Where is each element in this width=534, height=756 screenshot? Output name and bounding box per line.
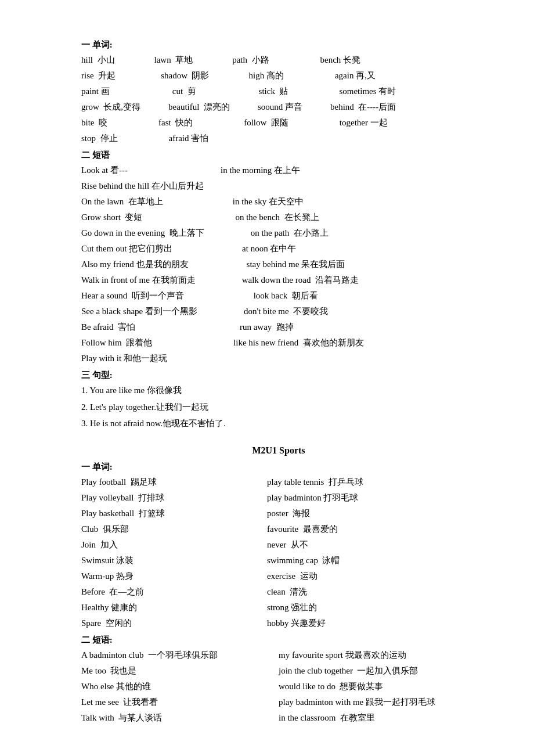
unit2-vocab-header: 一 单词: — [81, 462, 488, 473]
phrase-item: Walk in front of me 在我前面走 — [81, 273, 196, 287]
phrase-item: walk down the road 沿着马路走 — [242, 273, 359, 287]
vocab-item: afraid 害怕 — [169, 131, 209, 145]
phrase-item: Play with it 和他一起玩 — [81, 351, 167, 365]
vocab-row: Swimsuit 泳装 swimming cap 泳帽 — [81, 553, 488, 567]
vocab-row-3: paint 画 cut 剪 stick 贴 sometimes 有时 — [81, 84, 488, 98]
vocab-item: shadow 阴影 — [161, 69, 209, 82]
phrase-item: on the path 在小路上 — [251, 226, 329, 240]
phrase-item: like his new friend 喜欢他的新朋友 — [233, 336, 364, 350]
phrase-item: Talk with 与某人谈话 — [81, 711, 279, 725]
sentence-row: 1. You are like me 你很像我 — [81, 383, 488, 398]
vocab-item: Play volleyball 打排球 — [81, 491, 267, 505]
vocab-row: Spare 空闲的 hobby 兴趣爱好 — [81, 616, 488, 630]
vocab-item: Play football 踢足球 — [81, 475, 267, 489]
vocab-row-2: rise 升起 shadow 阴影 high 高的 again 再,又 — [81, 69, 488, 82]
phrase-item: stay behind me 呆在我后面 — [247, 257, 345, 271]
phrase-row: Look at 看--- in the morning 在上午 — [81, 163, 488, 177]
phrase-row: Cut them out 把它们剪出 at noon 在中午 — [81, 242, 488, 255]
vocab-item: bite 咬 — [81, 116, 107, 129]
phrase-item: don't bite me 不要咬我 — [244, 304, 328, 318]
unit2-phrases-section: A badminton club 一个羽毛球俱乐部 my favourite s… — [81, 648, 488, 725]
vocab-item: rise 升起 — [81, 69, 116, 82]
vocab-item: cut 剪 — [172, 84, 196, 98]
phrase-row: Me too 我也是 join the club together 一起加入俱乐… — [81, 664, 488, 678]
vocab-item: Club 俱乐部 — [81, 522, 267, 536]
phrase-item: Look at 看--- — [81, 163, 128, 177]
vocab-item: poster 海报 — [267, 506, 310, 520]
phrase-item: Be afraid 害怕 — [81, 320, 135, 334]
phrase-row: Walk in front of me 在我前面走 walk down the … — [81, 273, 488, 287]
vocab-item: grow 长成,变得 — [81, 100, 140, 114]
phrase-row: Rise behind the hill 在小山后升起 — [81, 179, 488, 193]
vocab-row: Join 加入 never 从不 — [81, 538, 488, 552]
vocab-item: fast 快的 — [158, 116, 193, 129]
unit2-phrase-header: 二 短语: — [81, 635, 488, 646]
vocab-item: high 高的 — [249, 69, 284, 82]
phrase-row: Grow short 变短 on the bench 在长凳上 — [81, 210, 488, 224]
unit1-sentences-section: 1. You are like me 你很像我 2. Let's play to… — [81, 383, 488, 431]
phrase-row: Also my friend 也是我的朋友 stay behind me 呆在我… — [81, 257, 488, 271]
vocab-item: Healthy 健康的 — [81, 600, 267, 614]
vocab-row: Before 在—之前 clean 清洗 — [81, 585, 488, 599]
unit1-sentence-header: 三 句型: — [81, 370, 488, 381]
vocab-item: favourite 最喜爱的 — [267, 522, 338, 536]
vocab-row-1: hill 小山 lawn 草地 path 小路 bench 长凳 — [81, 53, 488, 67]
vocab-item: never 从不 — [267, 538, 308, 552]
phrase-item: on the bench 在长凳上 — [235, 210, 319, 224]
vocab-item: lawn 草地 — [154, 53, 193, 67]
vocab-item: hill 小山 — [81, 53, 115, 67]
vocab-item: clean 清洗 — [267, 585, 307, 599]
sentence-row: 3. He is not afraid now.他现在不害怕了. — [81, 416, 488, 431]
vocab-item: again 再,又 — [335, 69, 376, 82]
page-content: 一 单词: hill 小山 lawn 草地 path 小路 bench 长凳 r… — [70, 39, 488, 725]
phrase-row: On the lawn 在草地上 in the sky 在天空中 — [81, 195, 488, 208]
vocab-item: bench 长凳 — [320, 53, 361, 67]
vocab-row: Club 俱乐部 favourite 最喜爱的 — [81, 522, 488, 536]
vocab-row-5: bite 咬 fast 快的 follow 跟随 together 一起 — [81, 116, 488, 129]
phrase-item: at noon 在中午 — [242, 242, 296, 255]
vocab-item: Swimsuit 泳装 — [81, 553, 267, 567]
phrase-item: my favourite sport 我最喜欢的运动 — [279, 648, 406, 662]
vocab-item: play badminton 打羽毛球 — [267, 491, 359, 505]
phrase-item: Who else 其他的谁 — [81, 679, 279, 693]
phrase-item: Rise behind the hill 在小山后升起 — [81, 179, 204, 193]
phrase-item: in the sky 在天空中 — [233, 195, 304, 208]
phrase-item: Cut them out 把它们剪出 — [81, 242, 172, 255]
vocab-item: hobby 兴趣爱好 — [267, 616, 326, 630]
phrase-item: in the morning 在上午 — [221, 163, 300, 177]
phrase-item: Also my friend 也是我的朋友 — [81, 257, 189, 271]
vocab-item: Warm-up 热身 — [81, 569, 267, 583]
vocab-item: stop 停止 — [81, 131, 118, 145]
phrase-item: A badminton club 一个羽毛球俱乐部 — [81, 648, 279, 662]
phrase-item: in the classroom 在教室里 — [279, 711, 375, 725]
phrase-row: Let me see 让我看看 play badminton with me 跟… — [81, 695, 488, 709]
phrase-item: Hear a sound 听到一个声音 — [81, 289, 184, 303]
unit2-vocab-section: Play football 踢足球 play table tennis 打乒乓球… — [81, 475, 488, 630]
phrase-item: join the club together 一起加入俱乐部 — [279, 664, 418, 678]
vocab-row: Play football 踢足球 play table tennis 打乒乓球 — [81, 475, 488, 489]
vocab-row: Warm-up 热身 exercise 运动 — [81, 569, 488, 583]
vocab-row: Healthy 健康的 strong 强壮的 — [81, 600, 488, 614]
vocab-item: Spare 空闲的 — [81, 616, 267, 630]
phrase-item: would like to do 想要做某事 — [279, 679, 383, 693]
vocab-item: sometimes 有时 — [339, 84, 396, 98]
phrase-item: play badminton with me 跟我一起打羽毛球 — [279, 695, 435, 709]
vocab-item: Before 在—之前 — [81, 585, 267, 599]
vocab-item: follow 跟随 — [244, 116, 288, 129]
vocab-row-6: stop 停止 afraid 害怕 — [81, 131, 488, 145]
vocab-item: Join 加入 — [81, 538, 267, 552]
vocab-item: soound 声音 — [258, 100, 302, 114]
unit1-vocab-section: hill 小山 lawn 草地 path 小路 bench 长凳 rise 升起… — [81, 53, 488, 145]
vocab-item: paint 画 — [81, 84, 110, 98]
phrase-item: On the lawn 在草地上 — [81, 195, 163, 208]
vocab-row: Play volleyball 打排球 play badminton 打羽毛球 — [81, 491, 488, 505]
vocab-item: stick 贴 — [259, 84, 288, 98]
phrase-row: A badminton club 一个羽毛球俱乐部 my favourite s… — [81, 648, 488, 662]
unit1-vocab-header: 一 单词: — [81, 39, 488, 51]
phrase-item: See a black shape 看到一个黑影 — [81, 304, 197, 318]
vocab-item: strong 强壮的 — [267, 600, 317, 614]
phrase-item: look back 朝后看 — [254, 289, 318, 303]
vocab-item: exercise 运动 — [267, 569, 317, 583]
phrase-item: Let me see 让我看看 — [81, 695, 279, 709]
phrase-row: See a black shape 看到一个黑影 don't bite me 不… — [81, 304, 488, 318]
